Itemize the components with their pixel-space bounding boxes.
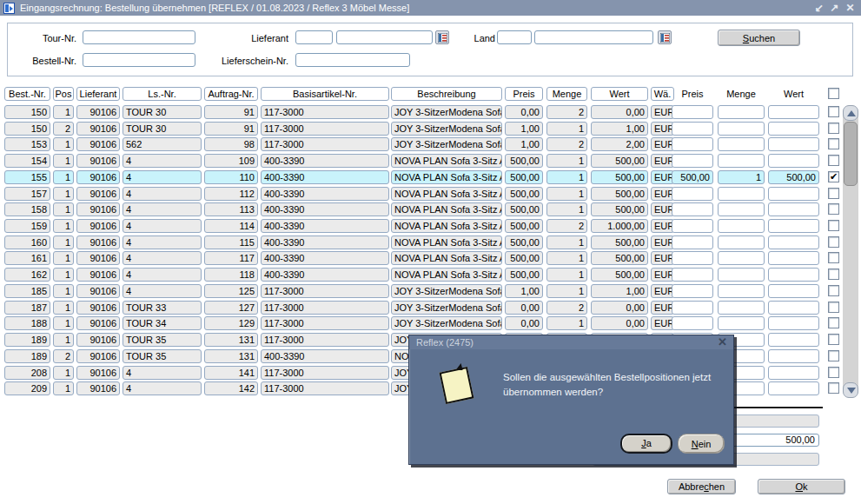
editable-menge-field[interactable] [718,235,765,249]
editable-preis-field[interactable] [672,251,713,265]
editable-menge-field[interactable] [718,137,765,151]
row-checkbox[interactable] [828,106,839,117]
row-checkbox[interactable] [828,236,839,248]
cell-art: 117-3000 [261,301,389,315]
row-checkbox[interactable] [828,123,839,134]
editable-menge-field[interactable] [718,284,765,298]
row-checkbox[interactable] [828,367,839,378]
editable-preis-field[interactable] [672,284,713,298]
header-checkbox[interactable] [828,88,839,99]
editable-preis-field[interactable]: 500,00 [672,170,713,184]
editable-wert-field[interactable] [768,268,819,282]
editable-preis-field[interactable] [672,316,713,330]
cell-pos: 2 [53,122,74,136]
editable-wert-field[interactable] [768,333,819,347]
editable-preis-field[interactable] [672,268,713,282]
editable-wert-field[interactable] [768,349,819,363]
editable-wert-field[interactable] [768,284,819,298]
editable-wert-field[interactable] [768,219,819,233]
row-checkbox[interactable] [828,269,839,280]
dialog-close-icon[interactable]: ✕ [718,336,727,348]
cell-lief: 90106 [76,154,120,168]
editable-preis-field[interactable] [672,235,713,249]
editable-menge-field[interactable]: 1 [718,170,765,184]
cell-auf: 141 [204,366,258,380]
row-checkbox[interactable] [828,317,839,328]
lieferant-code-input[interactable] [295,30,333,44]
land-lookup-button[interactable] [658,30,672,44]
tour-nr-input[interactable] [83,30,195,44]
editable-menge-field[interactable] [718,268,765,282]
editable-wert-field[interactable] [768,381,819,395]
cell-menge: 2 [546,105,587,119]
editable-wert-field[interactable] [768,202,819,216]
row-checkbox[interactable] [828,188,839,199]
editable-preis-field[interactable] [672,301,713,315]
editable-menge-field[interactable] [718,187,765,201]
lieferant-lookup-button[interactable] [435,30,449,44]
row-checkbox[interactable] [828,350,839,361]
editable-menge-field[interactable] [718,251,765,265]
land-code-input[interactable] [497,30,532,44]
nein-button[interactable]: Nein [678,434,725,454]
editable-preis-field[interactable] [672,187,713,201]
editable-preis-field[interactable] [672,202,713,216]
row-checkbox[interactable] [828,334,839,345]
editable-preis-field[interactable] [672,137,713,151]
cell-art: 117-3000 [261,284,389,298]
lieferschein-nr-input[interactable] [295,53,410,67]
scroll-down-button[interactable] [843,382,858,398]
lieferant-name-input[interactable] [336,30,433,44]
land-name-input[interactable] [534,30,653,44]
ok-button[interactable]: Ok [758,479,845,494]
editable-preis-field[interactable] [672,122,713,136]
row-checkbox[interactable] [828,252,839,263]
bestell-nr-input[interactable] [83,53,195,67]
row-checkbox[interactable] [828,220,839,231]
editable-wert-field[interactable] [768,122,819,136]
restore-icon[interactable]: ↗ [828,1,841,15]
close-icon[interactable]: ✕ [844,1,857,15]
scrollbar-thumb[interactable] [844,122,858,186]
ja-button[interactable]: Ja [620,434,672,454]
row-checkbox[interactable] [828,302,839,313]
row-checkbox[interactable] [828,382,839,394]
cell-preis: 500,00 [505,170,543,184]
scroll-up-button[interactable] [843,105,858,121]
row-checkbox[interactable] [828,155,839,166]
vertical-scrollbar[interactable] [843,105,858,398]
abbrechen-button[interactable]: Abbrechen [667,479,736,494]
editable-menge-field[interactable] [718,154,765,168]
suchen-button[interactable]: Suchen [718,30,800,46]
editable-wert-field[interactable]: 500,00 [768,170,819,184]
editable-wert-field[interactable] [768,154,819,168]
editable-menge-field[interactable] [718,219,765,233]
editable-menge-field[interactable] [718,301,765,315]
editable-menge-field[interactable] [718,316,765,330]
editable-wert-field[interactable] [768,316,819,330]
cell-pos: 2 [53,349,74,363]
cell-auf: 142 [204,381,258,395]
editable-wert-field[interactable] [768,366,819,380]
editable-wert-field[interactable] [768,301,819,315]
row-checkbox[interactable] [828,138,839,149]
editable-wert-field[interactable] [768,187,819,201]
minimize-icon[interactable]: ↙ [812,1,825,15]
editable-preis-field[interactable] [672,154,713,168]
editable-menge-field[interactable] [718,122,765,136]
row-checkbox[interactable] [828,285,839,296]
cell-pos: 1 [53,284,74,298]
editable-wert-field[interactable] [768,137,819,151]
editable-wert-field[interactable] [768,235,819,249]
editable-preis-field[interactable] [672,105,713,119]
editable-menge-field[interactable] [718,105,765,119]
cell-wae: EUR [651,235,674,249]
editable-wert-field[interactable] [768,251,819,265]
row-checkbox[interactable]: ✔ [828,171,839,182]
editable-preis-field[interactable] [672,219,713,233]
cell-wert: 500,00 [591,251,648,265]
cell-ls: 4 [123,235,202,249]
row-checkbox[interactable] [828,203,839,215]
editable-menge-field[interactable] [718,202,765,216]
editable-wert-field[interactable] [768,105,819,119]
